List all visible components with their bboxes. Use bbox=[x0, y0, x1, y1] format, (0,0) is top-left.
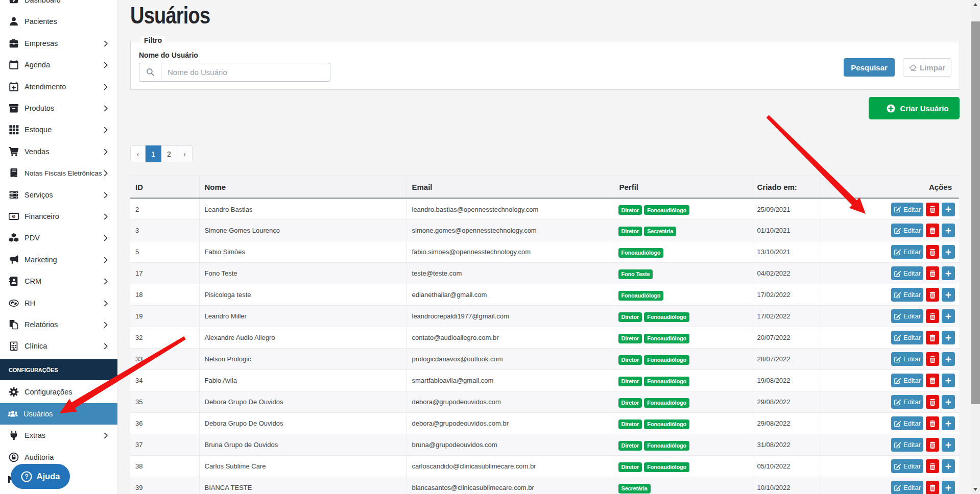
svg-text:?: ? bbox=[25, 473, 28, 480]
svg-text:0: 0 bbox=[13, 214, 15, 218]
